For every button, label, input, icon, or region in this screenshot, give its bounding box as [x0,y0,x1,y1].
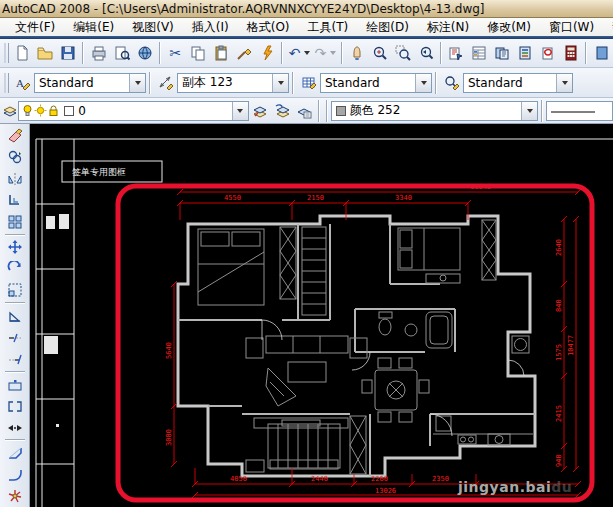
dim-style-select[interactable]: 副本 123 [177,73,289,93]
redo-button[interactable]: ↷ [312,43,329,64]
scale-button[interactable] [3,280,27,302]
make-layer-current-button[interactable] [249,99,271,122]
dropdown-arrow-icon[interactable] [415,74,431,92]
markup-manager-button[interactable] [536,42,559,65]
table-style-select[interactable]: Standard [320,73,432,93]
tool-palettes-button[interactable] [513,42,536,65]
table-style-icon[interactable] [297,71,320,94]
break-at-point-button[interactable] [3,374,27,396]
mleader-style-select[interactable]: Standard [463,73,573,93]
window-title: AutoCAD 2008 - [C:\Users\Administrator.A… [2,2,485,16]
menu-view[interactable]: 视图(V) [123,18,183,37]
layer-states-button[interactable] [293,99,315,122]
dwg-viewport: 签单专用图框 [30,124,613,507]
new-button[interactable] [11,42,34,65]
move-button[interactable] [3,237,27,259]
break-button[interactable] [3,395,27,417]
block-editor-button[interactable] [255,42,278,65]
title-bar: AutoCAD 2008 - [C:\Users\Administrator.A… [0,0,613,18]
help-button[interactable] [590,42,613,65]
redo-dropdown[interactable] [329,43,338,64]
cut-button[interactable]: ✂ [164,42,187,65]
watermark: jingyan.baidu [458,479,572,495]
layer-on-bulb-icon[interactable] [22,104,33,117]
dim-top-2: 2150 [307,194,324,202]
menu-tools[interactable]: 工具(T) [299,18,358,37]
menu-insert[interactable]: 插入(I) [183,18,238,37]
designcenter-button[interactable] [491,42,514,65]
toolbar-grip[interactable] [4,43,9,63]
text-style-icon[interactable]: A [11,71,34,94]
color-swatch [336,106,346,116]
array-button[interactable] [3,211,27,233]
dim-left-1: 5640 [165,342,173,359]
menu-format[interactable]: 格式(O) [238,18,299,37]
balcony-fixture [512,336,529,353]
dropdown-arrow-icon[interactable] [272,74,288,92]
quickcalc-button[interactable] [559,42,582,65]
mirror-button[interactable] [3,168,27,190]
dim-right-3: 1575 [555,344,563,361]
copy-object-button[interactable] [3,147,27,169]
menu-window[interactable]: 窗口(W) [540,18,603,37]
layer-previous-button[interactable] [271,99,293,122]
zoom-window-button[interactable] [391,42,414,65]
menu-bar: 文件(F) 编辑(E) 视图(V) 插入(I) 格式(O) 工具(T) 绘图(D… [0,18,613,36]
color-select[interactable]: 颜色 252 [331,101,539,121]
undo-dropdown[interactable] [303,43,312,64]
layer-freeze-sun-icon[interactable] [34,104,47,117]
sheetset-manager-button[interactable] [445,42,468,65]
linetype-select[interactable] [546,101,613,121]
fillet-button[interactable] [3,464,27,486]
layer-manager-button[interactable] [2,100,18,121]
explode-button[interactable] [3,486,27,507]
plot-preview-button[interactable] [110,42,133,65]
dropdown-arrow-icon[interactable] [129,74,145,92]
chamfer-button[interactable] [3,442,27,464]
publish-button[interactable] [133,42,156,65]
layer-select[interactable]: 0 [18,101,248,121]
menu-dimension[interactable]: 标注(N) [418,18,478,37]
menu-modify[interactable]: 修改(M) [478,18,540,37]
dim-bottom-2: 2440 [311,475,328,483]
extend-button[interactable] [3,348,27,370]
properties-button[interactable] [468,42,491,65]
dim-right-5: 940 [555,454,563,467]
zoom-previous-button[interactable] [414,42,437,65]
plot-button[interactable] [87,42,110,65]
copy-button[interactable] [187,42,210,65]
save-button[interactable] [57,42,80,65]
dropdown-arrow-icon[interactable] [556,74,572,92]
paste-button[interactable] [210,42,233,65]
linetype-value [547,104,612,118]
toolbar-grip[interactable] [4,73,9,93]
menu-file[interactable]: 文件(F) [6,18,64,37]
door-arcs [262,320,524,436]
pan-button[interactable] [346,42,369,65]
dropdown-arrow-icon[interactable] [521,102,537,120]
mleader-style-value: Standard [464,76,556,90]
offset-button[interactable] [3,190,27,212]
undo-button[interactable]: ↶ [286,43,303,64]
dim-style-icon[interactable] [154,71,177,94]
dropdown-arrow-icon[interactable] [232,102,248,120]
trim-button[interactable] [3,327,27,349]
toolbar-separator [5,371,25,373]
match-properties-button[interactable] [232,42,255,65]
menu-help[interactable]: 帮助(H) [603,18,613,37]
open-button[interactable] [34,42,57,65]
erase-button[interactable] [3,125,27,147]
dim-bottom-4: 2350 [432,475,449,483]
join-button[interactable] [3,417,27,439]
zoom-realtime-button[interactable] [369,42,392,65]
dim-top-1: 4550 [224,194,241,202]
rotate-button[interactable] [3,258,27,280]
layer-lock-icon[interactable] [48,104,59,117]
layer-color-swatch[interactable] [64,106,74,116]
drawing-canvas[interactable]: 签单专用图框 [30,124,613,507]
text-style-select[interactable]: Standard [34,73,146,93]
menu-draw[interactable]: 绘图(D) [357,18,418,37]
mleader-style-icon[interactable] [440,71,463,94]
menu-edit[interactable]: 编辑(E) [64,18,123,37]
stretch-button[interactable] [3,305,27,327]
